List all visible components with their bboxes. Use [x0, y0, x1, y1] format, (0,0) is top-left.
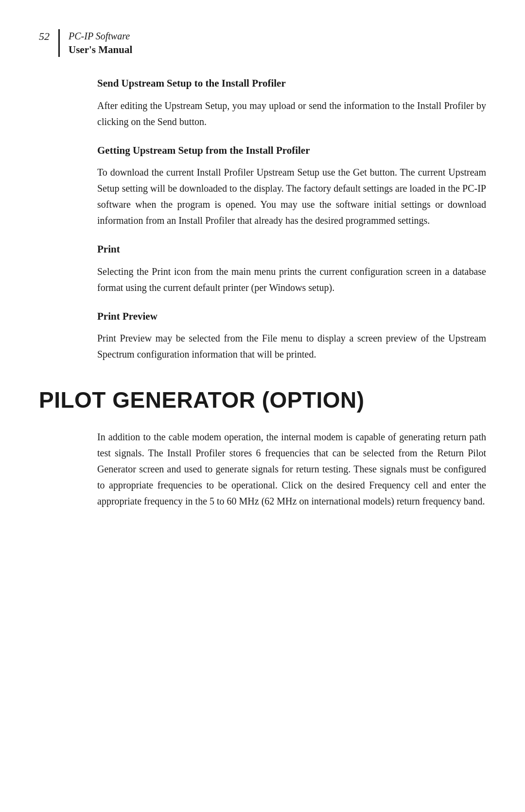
header-subtitle: PC-IP Software: [69, 29, 132, 43]
print-heading: Print: [97, 242, 486, 256]
header-title: User's Manual: [69, 43, 132, 57]
page-header: 52 PC-IP Software User's Manual: [39, 29, 486, 57]
page: 52 PC-IP Software User's Manual Send Ups…: [0, 0, 525, 812]
header-divider: [58, 29, 60, 57]
send-upstream-body: After editing the Upstream Setup, you ma…: [97, 98, 486, 130]
section-print-preview: Print Preview Print Preview may be selec…: [97, 309, 486, 362]
send-upstream-heading: Send Upstream Setup to the Install Profi…: [97, 76, 486, 90]
header-text: PC-IP Software User's Manual: [69, 29, 132, 57]
main-content: Send Upstream Setup to the Install Profi…: [39, 76, 486, 362]
pilot-content: In addition to the cable modem operation…: [39, 429, 486, 509]
print-preview-body: Print Preview may be selected from the F…: [97, 330, 486, 362]
pilot-generator-body: In addition to the cable modem operation…: [97, 429, 486, 509]
section-getting-upstream: Getting Upstream Setup from the Install …: [97, 144, 486, 229]
section-send-upstream: Send Upstream Setup to the Install Profi…: [97, 76, 486, 129]
page-number: 52: [39, 29, 50, 44]
section-print: Print Selecting the Print icon from the …: [97, 242, 486, 295]
pilot-generator-section: PILOT GENERATOR (OPTION) In addition to …: [39, 387, 486, 509]
getting-upstream-heading: Getting Upstream Setup from the Install …: [97, 144, 486, 158]
getting-upstream-body: To download the current Install Profiler…: [97, 164, 486, 229]
print-body: Selecting the Print icon from the main m…: [97, 264, 486, 296]
pilot-generator-heading: PILOT GENERATOR (OPTION): [39, 387, 486, 414]
print-preview-heading: Print Preview: [97, 309, 486, 324]
